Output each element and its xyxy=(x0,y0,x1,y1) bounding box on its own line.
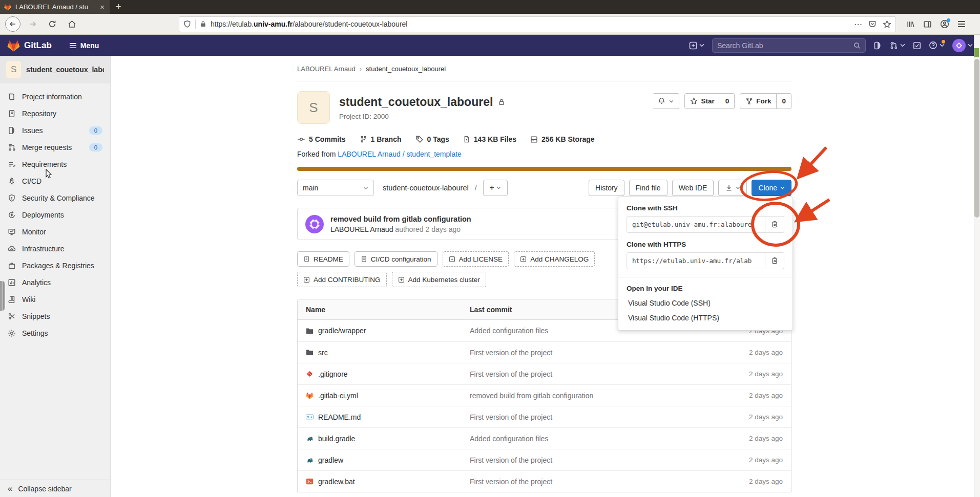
clone-button[interactable]: Clone xyxy=(752,180,791,196)
files-stat[interactable]: 143 KB Files xyxy=(463,135,516,143)
sidebar-item-issues[interactable]: Issues 0 xyxy=(0,122,110,139)
sidebar-item-project-information[interactable]: Project information xyxy=(0,88,110,105)
commit-author-avatar[interactable] xyxy=(305,215,324,233)
plus-square-icon xyxy=(689,41,697,50)
tags-stat[interactable]: 0 Tags xyxy=(415,135,449,143)
issues-icon xyxy=(8,126,16,135)
sidebar-item-infrastructure[interactable]: Infrastructure xyxy=(0,240,110,257)
todos-nav-icon[interactable] xyxy=(913,41,921,50)
table-row[interactable]: .gitignore First version of the project … xyxy=(298,363,791,384)
add-license-button[interactable]: Add LICENSE xyxy=(443,251,509,267)
branches-stat[interactable]: 1 Branch xyxy=(360,135,402,143)
clone-https-input[interactable] xyxy=(627,252,765,269)
sidebar-item-monitor[interactable]: Monitor xyxy=(0,223,110,240)
new-tab-button[interactable]: + xyxy=(110,0,128,14)
vscode-https-option[interactable]: Visual Studio Code (HTTPS) xyxy=(627,314,784,322)
sidebar-item-merge-requests[interactable]: Merge requests 0 xyxy=(0,139,110,156)
global-search[interactable] xyxy=(712,38,866,53)
mouse-cursor xyxy=(44,169,53,179)
plus-square-icon xyxy=(398,276,405,283)
fork-button[interactable]: Fork 0 xyxy=(740,93,791,109)
page-actions-icon[interactable]: ⋯ xyxy=(854,19,862,29)
sidebar-item-requirements[interactable]: Requirements xyxy=(0,156,110,172)
sidebar-item-snippets[interactable]: Snippets xyxy=(0,308,110,325)
url-bar[interactable]: https://etulab.univ-amu.fr/alaboure/stud… xyxy=(179,16,896,32)
table-row[interactable]: src First version of the project 2 days … xyxy=(298,341,791,363)
menu-button[interactable]: Menu xyxy=(65,39,103,52)
clone-ssh-input[interactable] xyxy=(627,216,765,233)
library-icon[interactable] xyxy=(906,20,915,29)
breadcrumb-project[interactable]: student_couetoux_labourel xyxy=(366,65,446,73)
search-input[interactable] xyxy=(717,41,853,50)
account-icon[interactable] xyxy=(940,19,949,29)
fork-source-link[interactable]: LABOUREL Arnaud / student_template xyxy=(338,150,462,158)
sidebar-item-security-compliance[interactable]: Security & Compliance xyxy=(0,189,110,206)
markdown-icon xyxy=(306,413,314,421)
sidebar-item-wiki[interactable]: Wiki xyxy=(0,291,110,308)
cicd-configuration-button[interactable]: CI/CD configuration xyxy=(355,251,437,267)
menu-hamburger-icon[interactable] xyxy=(957,20,966,28)
vscode-ssh-option[interactable]: Visual Studio Code (SSH) xyxy=(627,299,784,307)
user-menu[interactable] xyxy=(952,39,973,52)
table-row[interactable]: build.gradle Added configuration files 2… xyxy=(298,427,791,449)
forward-button[interactable] xyxy=(26,17,40,31)
breadcrumb-group-link[interactable]: LABOUREL Arnaud xyxy=(297,65,356,73)
table-row[interactable]: gradlew.bat First version of the project… xyxy=(298,470,791,492)
sidebar-item-packages-registries[interactable]: Packages & Registries xyxy=(0,257,110,274)
browser-tab-bar: LABOUREL Arnaud / stu × + xyxy=(0,0,980,14)
lock-icon[interactable] xyxy=(200,20,206,28)
browser-tab[interactable]: LABOUREL Arnaud / stu × xyxy=(0,0,110,14)
scissors-icon xyxy=(8,312,16,320)
storage-stat[interactable]: 256 KB Storage xyxy=(530,135,594,143)
commit-icon xyxy=(297,135,305,143)
commit-message-link[interactable]: removed build from gitlab configuration xyxy=(330,215,471,223)
history-button[interactable]: History xyxy=(589,180,624,196)
table-row[interactable]: gradlew First version of the project 2 d… xyxy=(298,449,791,470)
repo-path-root[interactable]: student-couetoux-labourel xyxy=(383,184,469,192)
sidebars-icon[interactable] xyxy=(923,20,932,29)
add-file-button[interactable]: + xyxy=(483,180,508,196)
add-changelog-button[interactable]: Add CHANGELOG xyxy=(514,251,595,267)
sidebar-flyout-grip[interactable] xyxy=(0,281,5,311)
table-row[interactable]: README.md First version of the project 2… xyxy=(298,406,791,427)
close-tab-icon[interactable]: × xyxy=(99,3,106,11)
star-button[interactable]: Star 0 xyxy=(684,93,735,109)
copy-ssh-url-button[interactable] xyxy=(765,216,784,233)
add-kubernetes-cluster-button[interactable]: Add Kubernetes cluster xyxy=(392,272,486,287)
sidebar-item-analytics[interactable]: Analytics xyxy=(0,274,110,291)
sidebar-item-deployments[interactable]: Deployments xyxy=(0,206,110,223)
new-menu-button[interactable] xyxy=(689,41,704,50)
shield-icon xyxy=(8,194,16,202)
book-icon xyxy=(8,93,16,101)
user-avatar[interactable] xyxy=(952,39,966,52)
collapse-sidebar-button[interactable]: « Collapse sidebar xyxy=(0,480,110,497)
download-button[interactable] xyxy=(718,180,747,196)
issues-nav-icon[interactable] xyxy=(873,41,882,50)
branch-selector[interactable]: main xyxy=(297,180,374,196)
scrollbar-thumb[interactable] xyxy=(974,59,979,218)
notifications-button[interactable] xyxy=(653,93,679,109)
sidebar-item-repository[interactable]: Repository xyxy=(0,105,110,122)
web-ide-button[interactable]: Web IDE xyxy=(672,180,714,196)
copy-https-url-button[interactable] xyxy=(765,252,784,269)
commits-stat[interactable]: 5 Commits xyxy=(297,135,346,143)
commit-author-link[interactable]: LABOUREL Arnaud xyxy=(330,225,393,233)
home-button[interactable] xyxy=(65,17,79,31)
sidebar-item-cicd[interactable]: CI/CD xyxy=(0,172,110,189)
sidebar-item-settings[interactable]: Settings xyxy=(0,325,110,341)
language-bar[interactable] xyxy=(297,167,791,171)
find-file-button[interactable]: Find file xyxy=(629,180,668,196)
add-contributing-button[interactable]: Add CONTRIBUTING xyxy=(297,272,387,287)
bookmark-star-icon[interactable] xyxy=(883,20,891,29)
tracking-protection-shield-icon[interactable] xyxy=(183,20,191,28)
sidebar-project-context[interactable]: S student_couetoux_labou... xyxy=(0,56,110,83)
readme-button[interactable]: README xyxy=(297,251,349,267)
merge-requests-nav-icon[interactable] xyxy=(889,41,905,50)
page-scrollbar[interactable] xyxy=(974,35,980,497)
pocket-shield-icon[interactable] xyxy=(868,20,877,28)
back-button[interactable] xyxy=(5,16,20,32)
table-row[interactable]: .gitlab-ci.yml removed build from gitlab… xyxy=(298,384,791,406)
help-menu[interactable] xyxy=(929,41,945,50)
reload-button[interactable] xyxy=(45,17,59,31)
gitlab-logo[interactable]: GitLab xyxy=(7,39,52,52)
